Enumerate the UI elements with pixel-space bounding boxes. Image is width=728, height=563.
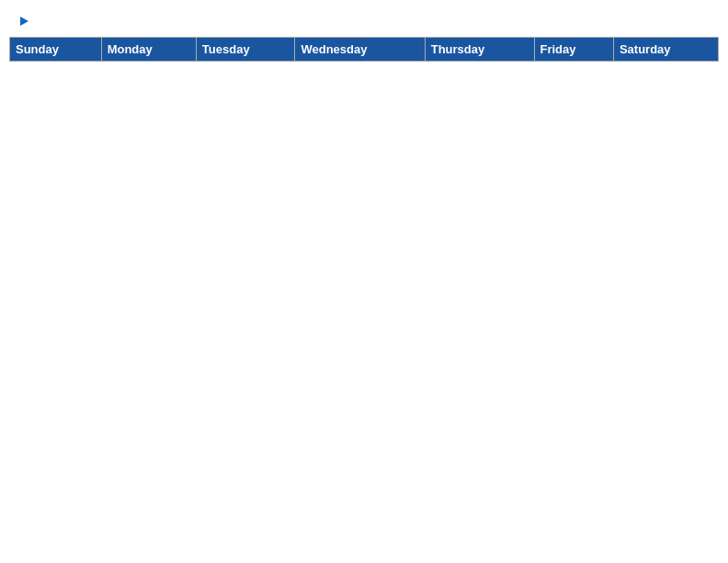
logo <box>18 18 28 28</box>
weekday-header-saturday: Saturday <box>613 38 718 62</box>
weekday-header-sunday: Sunday <box>10 38 102 62</box>
weekday-header-thursday: Thursday <box>425 38 534 62</box>
weekday-header-row: SundayMondayTuesdayWednesdayThursdayFrid… <box>10 38 719 62</box>
page-header <box>9 9 719 32</box>
weekday-header-wednesday: Wednesday <box>295 38 425 62</box>
calendar-table: SundayMondayTuesdayWednesdayThursdayFrid… <box>9 37 719 62</box>
weekday-header-monday: Monday <box>101 38 196 62</box>
weekday-header-friday: Friday <box>534 38 613 62</box>
logo-triangle-icon <box>20 17 28 26</box>
weekday-header-tuesday: Tuesday <box>196 38 295 62</box>
